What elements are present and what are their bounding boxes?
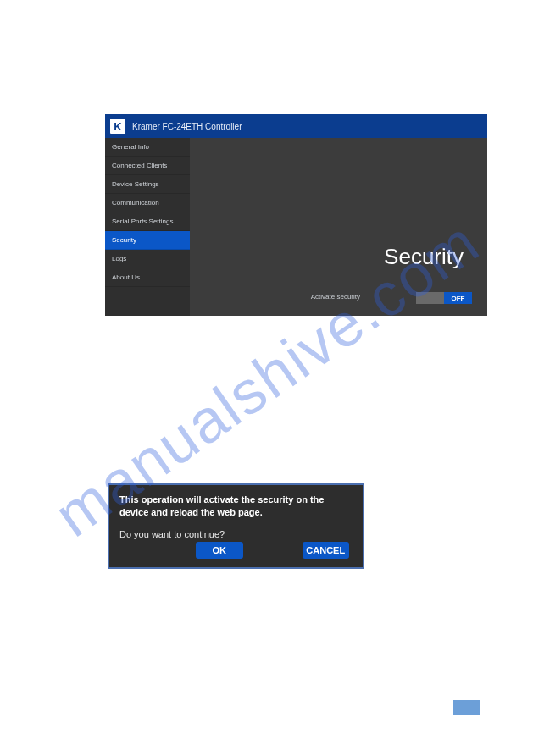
hyperlink-underline <box>403 636 436 637</box>
main-panel: Security Activate security OFF <box>190 138 487 316</box>
sidebar-item-device-settings[interactable]: Device Settings <box>105 175 190 194</box>
sidebar-item-communication[interactable]: Communication <box>105 194 190 212</box>
dialog-button-row: OK CANCEL <box>119 542 353 559</box>
sidebar-item-label: Communication <box>112 199 159 207</box>
cancel-button[interactable]: CANCEL <box>303 542 350 559</box>
ok-button[interactable]: OK <box>196 542 243 559</box>
sidebar-item-serial-ports[interactable]: Serial Ports Settings <box>105 212 190 231</box>
page-number-badge <box>453 700 480 715</box>
sidebar-item-label: Serial Ports Settings <box>112 218 173 225</box>
sidebar-item-general-info[interactable]: General Info <box>105 138 190 157</box>
app-title: Kramer FC-24ETH Controller <box>132 122 242 131</box>
confirm-dialog: This operation will activate the securit… <box>108 483 364 569</box>
sidebar-item-label: Connected Clients <box>112 162 167 169</box>
brand-logo-icon: K <box>110 119 125 134</box>
sidebar-item-label: Device Settings <box>112 180 159 188</box>
sidebar-item-label: General Info <box>112 143 149 151</box>
dialog-question: Do you want to continue? <box>119 529 353 539</box>
dialog-message: This operation will activate the securit… <box>119 494 353 519</box>
sidebar-item-connected-clients[interactable]: Connected Clients <box>105 157 190 175</box>
page-title: Security <box>384 244 464 270</box>
sidebar-item-label: Security <box>112 236 136 244</box>
toggle-state-label: OFF <box>444 292 472 304</box>
sidebar-item-about-us[interactable]: About Us <box>105 268 190 287</box>
sidebar-nav: General Info Connected Clients Device Se… <box>105 138 190 316</box>
activate-security-toggle[interactable]: OFF <box>416 292 472 304</box>
sidebar-item-security[interactable]: Security <box>105 231 190 250</box>
toggle-track <box>416 292 444 304</box>
sidebar-item-label: About Us <box>112 273 140 281</box>
controller-screenshot: K Kramer FC-24ETH Controller General Inf… <box>105 114 487 316</box>
sidebar-item-logs[interactable]: Logs <box>105 250 190 268</box>
activate-security-label: Activate security <box>311 293 360 301</box>
title-bar: K Kramer FC-24ETH Controller <box>105 114 487 138</box>
sidebar-item-label: Logs <box>112 255 126 262</box>
